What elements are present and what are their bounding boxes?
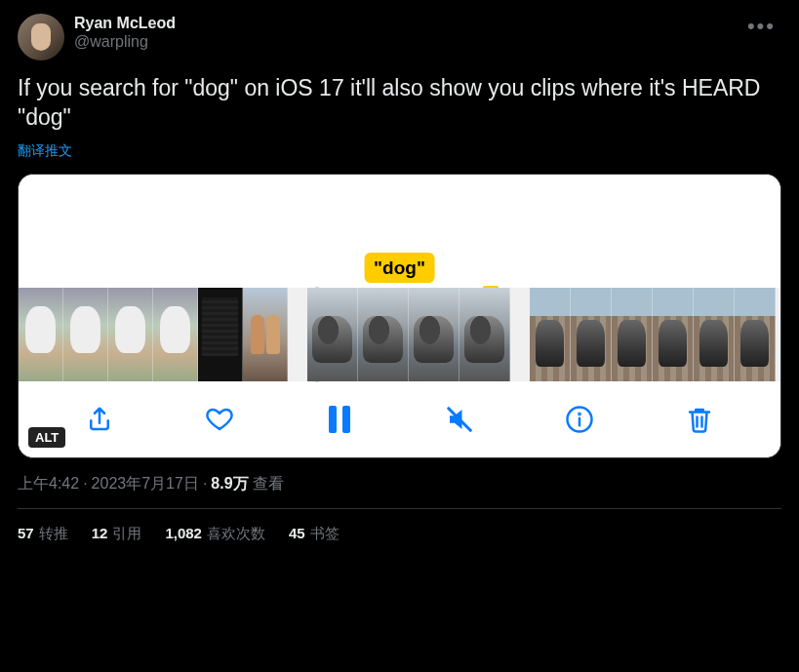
thumbnail-frame [307, 288, 358, 381]
quotes-label: 引用 [112, 525, 141, 543]
share-icon[interactable] [80, 400, 119, 439]
info-icon[interactable] [560, 400, 599, 439]
thumbnail-frame [459, 288, 510, 381]
likes-label: 喜欢次数 [207, 525, 265, 543]
caption-bubble: "dog" [364, 253, 435, 283]
alt-badge[interactable]: ALT [28, 427, 65, 448]
heart-icon[interactable] [200, 400, 239, 439]
thumbnail-frame [694, 288, 735, 381]
likes-count: 1,082 [165, 525, 202, 543]
trash-icon[interactable] [680, 400, 719, 439]
quotes-stat[interactable]: 12 引用 [92, 525, 142, 543]
quotes-count: 12 [92, 525, 108, 543]
more-icon[interactable]: ••• [741, 14, 781, 39]
thumbnail-frame [153, 288, 198, 381]
likes-stat[interactable]: 1,082 喜欢次数 [165, 525, 265, 543]
thumbnail-frame [19, 288, 63, 381]
media-card[interactable]: "dog" [18, 174, 781, 458]
clip-group-3 [530, 288, 776, 381]
retweets-count: 57 [18, 525, 34, 543]
thumbnail-frame [735, 288, 776, 381]
media-toolbar [19, 381, 780, 457]
retweets-stat[interactable]: 57 转推 [18, 525, 68, 543]
tweet-date: 2023年7月17日 [92, 475, 199, 492]
media-top-whitespace: "dog" [19, 175, 780, 288]
mute-icon[interactable] [440, 400, 479, 439]
stats-row: 57 转推 12 引用 1,082 喜欢次数 45 书签 [18, 508, 781, 543]
thumbnail-frame [530, 288, 571, 381]
author-block[interactable]: Ryan McLeod @warpling [74, 14, 741, 51]
bookmarks-label: 书签 [310, 525, 340, 543]
tweet-text: If you search for "dog" on iOS 17 it'll … [18, 74, 781, 133]
tweet-header: Ryan McLeod @warpling ••• [18, 14, 781, 60]
clip-group-2 [307, 288, 510, 381]
display-name: Ryan McLeod [74, 14, 741, 32]
thumbnail-frame [409, 288, 459, 381]
svg-point-3 [579, 414, 579, 415]
tweet-meta[interactable]: 上午4:42·2023年7月17日·8.9万 查看 [18, 474, 781, 508]
thumbnail-frame [653, 288, 694, 381]
video-filmstrip[interactable] [19, 288, 780, 381]
thumbnail-frame [108, 288, 153, 381]
clip-group-1 [19, 288, 288, 381]
thumbnail-frame [63, 288, 108, 381]
thumbnail-frame [612, 288, 653, 381]
tweet-time: 上午4:42 [18, 475, 79, 492]
handle: @warpling [74, 32, 741, 51]
avatar[interactable] [18, 14, 64, 60]
tweet-container: Ryan McLeod @warpling ••• If you search … [0, 0, 799, 543]
thumbnail-frame [358, 288, 409, 381]
bookmarks-count: 45 [289, 525, 305, 543]
retweets-label: 转推 [39, 525, 68, 543]
thumbnail-frame [243, 288, 288, 381]
views-count: 8.9万 [211, 475, 248, 492]
thumbnail-frame [571, 288, 612, 381]
pause-icon[interactable] [320, 400, 359, 439]
bookmarks-stat[interactable]: 45 书签 [289, 525, 340, 543]
views-label: 查看 [253, 475, 284, 492]
translate-link[interactable]: 翻译推文 [18, 142, 72, 160]
thumbnail-frame [198, 288, 243, 381]
